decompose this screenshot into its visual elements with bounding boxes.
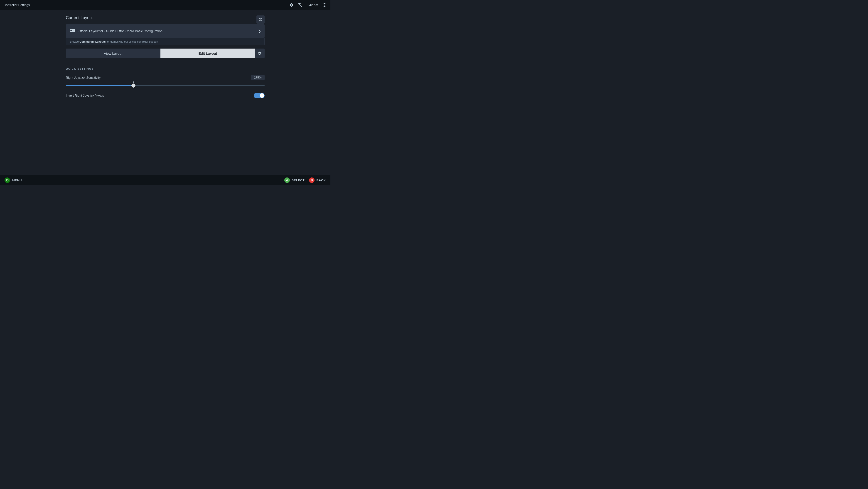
joystick-sensitivity-label: Right Joystick Sensitivity: [66, 76, 100, 80]
joystick-sensitivity-row: Right Joystick Sensitivity 275%: [66, 75, 265, 80]
layout-card-left: Official Layout for - Guide Button Chord…: [69, 27, 162, 35]
joystick-sensitivity-slider[interactable]: [66, 83, 265, 88]
edit-layout-button[interactable]: Edit Layout: [160, 49, 255, 58]
layout-help-button[interactable]: [256, 16, 265, 24]
xbox-icon: [4, 178, 10, 183]
joystick-sensitivity-value: 275%: [251, 75, 265, 80]
view-layout-button[interactable]: View Layout: [66, 49, 160, 58]
slider-thumb[interactable]: [131, 84, 135, 88]
settings-icon[interactable]: [289, 3, 294, 7]
current-layout-title: Current Layout: [66, 16, 265, 20]
select-label: SELECT: [291, 179, 305, 182]
app-title: Controller Settings: [4, 3, 30, 7]
slider-fill: [66, 85, 133, 86]
header-area: Current Layout: [66, 16, 265, 23]
header-left: Current Layout: [66, 16, 265, 23]
invert-yaxis-toggle[interactable]: [254, 93, 265, 98]
broadcast-icon[interactable]: [298, 3, 303, 7]
layout-name: Official Layout for - Guide Button Chord…: [79, 29, 162, 33]
b-button[interactable]: B: [309, 178, 314, 183]
invert-yaxis-label: Invert Right Joystick Y-Axis: [66, 94, 104, 97]
layout-chevron-icon: ❯: [258, 29, 261, 33]
top-bar-right: 8:42 pm: [289, 3, 327, 7]
main-content: Current Layout Official Layout for - Gui…: [0, 10, 331, 175]
layout-buttons: View Layout Edit Layout: [66, 49, 265, 58]
back-action: B BACK: [309, 178, 326, 183]
community-layouts-link[interactable]: Community Layouts: [80, 40, 105, 43]
menu-label[interactable]: MENU: [12, 179, 22, 182]
layout-card[interactable]: Official Layout for - Guide Button Chord…: [66, 24, 265, 38]
slider-tick: [133, 82, 134, 83]
a-button[interactable]: A: [284, 178, 290, 183]
top-bar: Controller Settings 8:42 pm: [0, 0, 331, 10]
clock: 8:42 pm: [307, 3, 318, 7]
bottom-bar: MENU A SELECT B BACK: [0, 175, 331, 185]
community-text-before: Browse: [70, 40, 80, 43]
community-text-after: for games without official controller su…: [106, 40, 158, 43]
controller-icon: [69, 27, 75, 35]
layout-settings-button[interactable]: [255, 49, 265, 58]
bottom-right: A SELECT B BACK: [284, 178, 326, 183]
bottom-left: MENU: [4, 178, 22, 183]
toggle-knob: [259, 93, 264, 98]
back-label: BACK: [316, 179, 326, 182]
quick-settings-title: QUICK SETTINGS: [66, 67, 265, 70]
help-icon[interactable]: [322, 3, 327, 7]
select-action: A SELECT: [284, 178, 305, 183]
invert-yaxis-row: Invert Right Joystick Y-Axis: [66, 93, 265, 98]
community-banner: Browse Community Layouts for games witho…: [66, 38, 265, 45]
